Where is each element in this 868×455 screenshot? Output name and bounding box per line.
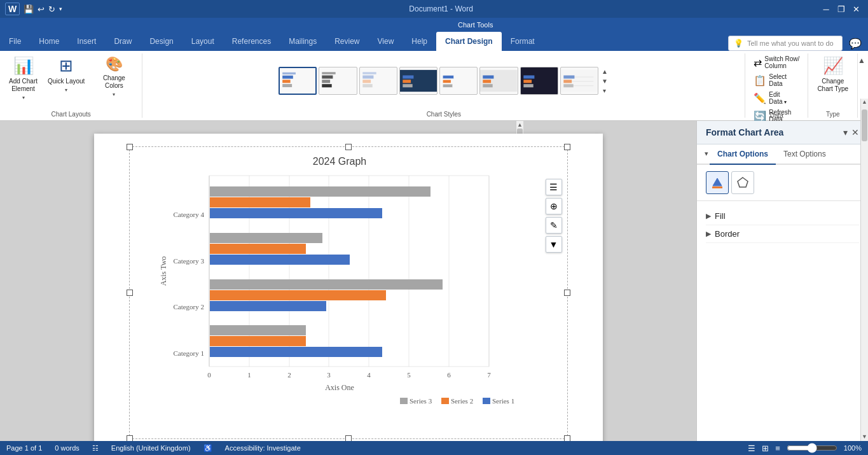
handle-tm[interactable] [345,144,352,150]
sidebar-scroll-thumb[interactable] [862,109,867,141]
select-data-btn[interactable]: 📋 SelectData [750,71,803,89]
tab-help[interactable]: Help [403,32,436,51]
tab-insert[interactable]: Insert [68,32,105,51]
document-area: ▲ ▼ [0,121,696,441]
tab-draw[interactable]: Draw [105,32,141,51]
chart-styles-group: ▲ ▼ ▾ Chart Styles [142,53,745,118]
chart-container[interactable]: 2024 Graph 0 1 [129,146,568,439]
chart-elements-btn[interactable]: ☰ [546,179,562,195]
quick-layout-btn[interactable]: ⊞ Quick Layout ▾ [44,53,88,95]
view-web-btn[interactable]: ⊞ [762,444,769,453]
minimize-btn[interactable]: ─ [820,3,832,15]
chart-style-7[interactable] [520,67,558,95]
svg-rect-21 [483,80,492,83]
redo-icon[interactable]: ↻ [48,4,55,14]
chart-style-4[interactable] [399,67,437,95]
svg-rect-7 [322,72,336,74]
comments-icon[interactable]: 💬 [849,38,862,50]
scroll-more-arrow[interactable]: ▾ [600,86,609,95]
svg-rect-66 [210,301,326,311]
tell-me-input[interactable]: 💡 Tell me what you want to do [728,36,843,51]
add-chart-element-btn[interactable]: 📊 Add ChartElement ▾ [5,53,41,103]
tell-me-placeholder: Tell me what you want to do [747,39,834,47]
word-logo-icon: W [5,3,20,15]
tab-review[interactable]: Review [326,32,368,51]
sidebar-scroll-down[interactable]: ▼ [861,433,868,441]
undo-icon[interactable]: ↩ [38,4,45,14]
chart-pen-btn[interactable]: ✎ [546,217,562,234]
scroll-up-arrow[interactable]: ▲ [600,67,609,76]
tab-design[interactable]: Design [141,32,182,51]
switch-row-col-label: Switch Row/Column [764,55,799,69]
handle-tl[interactable] [127,144,133,150]
handle-mr[interactable] [564,290,570,296]
svg-rect-77 [712,186,722,188]
tab-chart-design[interactable]: Chart Design [436,32,502,51]
tab-file[interactable]: File [0,32,30,51]
tab-format[interactable]: Format [502,32,544,51]
document-title: Document1 - Word [409,4,472,13]
pentagon-icon-btn[interactable] [731,171,754,194]
handle-bl[interactable] [127,435,133,441]
tab-chart-options[interactable]: Chart Options [710,144,776,165]
save-icon[interactable]: 💾 [24,4,34,14]
quick-access-dropdown[interactable]: ▾ [59,6,62,12]
chart-filter-btn[interactable]: ▼ [546,236,562,253]
svg-text:3: 3 [327,371,331,379]
svg-rect-4 [322,75,333,78]
fill-icon-btn[interactable] [706,171,729,194]
svg-text:1: 1 [247,371,251,379]
chart-style-3[interactable] [359,67,397,95]
svg-marker-76 [713,178,722,186]
change-chart-type-btn[interactable]: 📈 ChangeChart Type [813,53,852,95]
accessibility-label[interactable]: Accessibility: Investigate [225,444,301,452]
tab-mailings[interactable]: Mailings [280,32,326,51]
view-print-btn[interactable]: ☰ [748,444,755,453]
scroll-down-arrow[interactable]: ▼ [600,76,609,86]
restore-btn[interactable]: ❐ [835,3,848,15]
tab-home[interactable]: Home [30,32,68,51]
sidebar-scroll-up[interactable]: ▲ [861,99,868,106]
chart-style-6[interactable] [479,67,518,95]
handle-ml[interactable] [127,290,133,296]
chart-style-5[interactable] [439,67,478,95]
svg-rect-20 [483,75,494,78]
sidebar-scrollbar[interactable]: ▲ ▼ [860,99,868,441]
chart-layouts-group-label: Chart Layouts [52,108,91,118]
chart-style-1[interactable] [279,67,317,95]
fill-section[interactable]: ▶ Fill [706,207,859,225]
sidebar-collapse-btn[interactable]: ▾ [843,127,848,137]
handle-tr[interactable] [564,144,570,150]
handle-br[interactable] [564,435,570,441]
chart-styles-btn[interactable]: ⊕ [546,198,562,214]
tab-view[interactable]: View [369,32,403,51]
svg-rect-22 [483,84,493,87]
svg-rect-67 [210,325,306,335]
tab-references[interactable]: References [223,32,280,51]
title-bar: W 💾 ↩ ↻ ▾ Document1 - Word ─ ❐ ✕ [0,0,868,18]
handle-bm[interactable] [345,435,352,441]
zoom-slider[interactable] [787,443,837,453]
svg-rect-1 [282,80,290,83]
sidebar-close-btn[interactable]: ✕ [851,127,859,137]
edit-data-btn[interactable]: ✏️ EditData ▾ [750,89,803,107]
document-page: 2024 Graph 0 1 [94,134,603,441]
tab-layout[interactable]: Layout [183,32,223,51]
svg-text:4: 4 [367,371,371,379]
svg-rect-58 [210,186,431,197]
tab-text-options[interactable]: Text Options [776,144,834,165]
close-btn[interactable]: ✕ [850,3,863,15]
chart-style-8[interactable] [560,67,598,95]
switch-row-col-btn[interactable]: ⇄ Switch Row/Column [750,53,803,71]
chart-style-2[interactable] [319,67,357,95]
language-label[interactable]: English (United Kingdom) [111,444,191,452]
chart-tools-label: Chart Tools [432,21,518,29]
zoom-level: 100% [844,444,862,452]
view-read-btn[interactable]: ≡ [775,444,780,453]
type-group-label: Type [826,108,840,118]
ribbon-tabs: File Home Insert Draw Design Layout Refe… [0,32,868,51]
border-section[interactable]: ▶ Border [706,225,859,243]
scroll-up-btn[interactable]: ▲ [516,121,523,129]
change-colors-btn[interactable]: 🎨 Change Colors ▾ [91,53,137,100]
svg-rect-70 [400,398,408,404]
